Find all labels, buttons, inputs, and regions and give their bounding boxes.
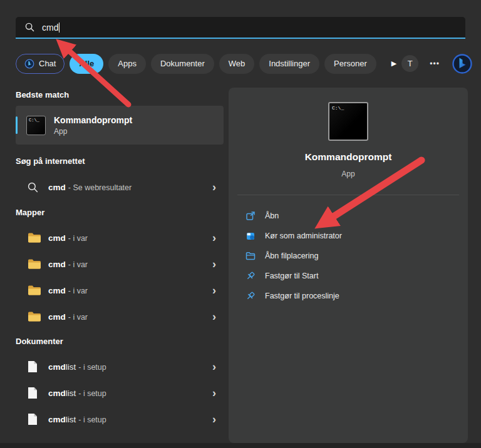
folder-icon (28, 285, 43, 296)
open-external-icon (246, 211, 256, 221)
tab-indstillinger[interactable]: Indstillinger (259, 54, 319, 74)
document-icon (28, 413, 43, 425)
document-location: - i setup (78, 389, 106, 398)
tab-web-label: Web (229, 59, 246, 68)
chevron-right-icon[interactable]: › (212, 361, 216, 372)
document-name-match: cmd (48, 362, 66, 372)
folder-icon (28, 258, 43, 270)
search-icon (25, 23, 34, 32)
bing-chat-icon (24, 59, 34, 69)
pin-icon (246, 291, 256, 301)
windows-search-panel: { "colors": { "accent_blue": "#4cc2ff", … (0, 0, 481, 448)
action-pin-to-start[interactable]: Fastgør til Start (229, 266, 468, 286)
chevron-right-icon[interactable]: › (212, 258, 216, 270)
action-pin-to-start-label: Fastgør til Start (265, 272, 318, 280)
folder-name: cmd (48, 312, 66, 322)
search-icon (28, 182, 43, 193)
documents-heading: Dokumenter (16, 337, 63, 346)
search-input[interactable]: cmd (16, 17, 465, 39)
account-button[interactable]: T (401, 55, 418, 72)
folder-name: cmd (48, 233, 66, 243)
web-search-result[interactable]: cmd- Se webresultater › (16, 175, 224, 200)
document-name-match: cmd (48, 415, 66, 424)
action-open-file-location[interactable]: Åbn filplacering (229, 246, 468, 266)
text-cursor (59, 23, 59, 33)
more-options-button[interactable]: ••• (430, 59, 440, 68)
search-query-text: cmd (42, 23, 58, 33)
chevron-right-icon[interactable]: › (212, 181, 216, 193)
chevron-right-icon[interactable]: › (212, 414, 216, 425)
action-run-as-admin-label: Kør som administrator (265, 232, 342, 240)
document-name-rest: list (66, 362, 76, 372)
document-icon (28, 387, 43, 399)
folder-name: cmd (48, 286, 66, 295)
document-icon (28, 360, 43, 373)
tab-indstillinger-label: Indstillinger (269, 59, 310, 68)
chevron-right-icon[interactable]: › (212, 232, 216, 243)
best-match-heading: Bedste match (16, 90, 69, 99)
chevron-right-icon[interactable]: › (212, 387, 216, 399)
folder-location: - i var (68, 287, 88, 295)
action-open-file-location-label: Åbn filplacering (265, 252, 318, 260)
tab-dokumenter[interactable]: Dokumenter (151, 54, 214, 74)
folder-result-row[interactable]: cmd- i var › (16, 304, 224, 329)
divider (237, 195, 459, 195)
web-suffix: - Se webresultater (68, 183, 132, 192)
action-run-as-admin[interactable]: Kør som administrator (229, 226, 468, 246)
folder-name: cmd (48, 260, 66, 269)
document-result-row[interactable]: cmdlist- i setup › (16, 380, 224, 405)
chevron-right-icon[interactable]: › (212, 311, 216, 322)
run-as-admin-icon (246, 231, 256, 241)
tabs-overflow-button[interactable]: ▶ (391, 59, 396, 68)
folder-location: - i var (68, 234, 88, 243)
action-open-label: Åbn (265, 211, 279, 220)
tab-personer-label: Personer (334, 59, 367, 68)
tab-chat[interactable]: Chat (16, 54, 65, 74)
preview-title: Kommandoprompt (229, 151, 468, 163)
cmd-app-icon-large: C:\_ (328, 102, 368, 141)
document-location: - i setup (78, 415, 106, 424)
tab-dokumenter-label: Dokumenter (160, 59, 205, 68)
best-match-title: Kommandoprompt (54, 115, 132, 125)
tab-alle[interactable]: Alle (70, 54, 103, 74)
folder-location: - i var (68, 313, 88, 322)
document-location: - i setup (78, 363, 106, 372)
window-bottom-edge (0, 443, 481, 448)
tab-chat-label: Chat (39, 59, 56, 68)
folder-location: - i var (68, 260, 88, 269)
tabbar-right-controls: T ••• (401, 53, 473, 75)
document-result-row[interactable]: cmdlist- i setup › (16, 354, 224, 379)
action-open[interactable]: Åbn (229, 206, 468, 226)
tab-alle-label: Alle (79, 59, 94, 68)
document-name-rest: list (66, 415, 76, 424)
action-list: Åbn Kør som administrator Åbn filplaceri… (229, 206, 468, 306)
folder-icon (28, 311, 43, 322)
web-query: cmd (48, 183, 66, 192)
pin-icon (246, 271, 256, 281)
preview-panel: C:\_ Kommandoprompt App Åbn Kør som admi… (229, 88, 468, 443)
folder-result-row[interactable]: cmd- i var › (16, 225, 224, 250)
bing-logo[interactable] (451, 53, 473, 75)
folder-result-row[interactable]: cmd- i var › (16, 252, 224, 277)
selection-accent-bar (16, 116, 18, 134)
action-pin-to-taskbar-label: Fastgør til proceslinje (265, 292, 339, 300)
folder-open-icon (246, 251, 256, 261)
tab-web[interactable]: Web (219, 54, 255, 74)
document-name-rest: list (66, 389, 76, 398)
folders-heading: Mapper (16, 208, 44, 217)
folder-icon (28, 232, 43, 243)
action-pin-to-taskbar[interactable]: Fastgør til proceslinje (229, 286, 468, 306)
tab-apps[interactable]: Apps (108, 54, 146, 74)
folder-result-row[interactable]: cmd- i var › (16, 278, 224, 303)
best-match-type: App (54, 127, 132, 136)
tab-personer[interactable]: Personer (324, 54, 376, 74)
best-match-item[interactable]: C:\_ Kommandoprompt App (16, 106, 224, 145)
chevron-right-icon[interactable]: › (212, 285, 216, 296)
document-result-row[interactable]: cmdlist- i setup › (16, 407, 224, 432)
tab-apps-label: Apps (118, 59, 137, 68)
document-name-match: cmd (48, 389, 66, 398)
preview-type: App (229, 170, 468, 178)
web-search-heading: Søg på internettet (16, 156, 85, 166)
cmd-app-icon: C:\_ (26, 116, 46, 135)
filter-tab-bar: Chat Alle Apps Dokumenter Web Indstillin… (16, 53, 465, 74)
